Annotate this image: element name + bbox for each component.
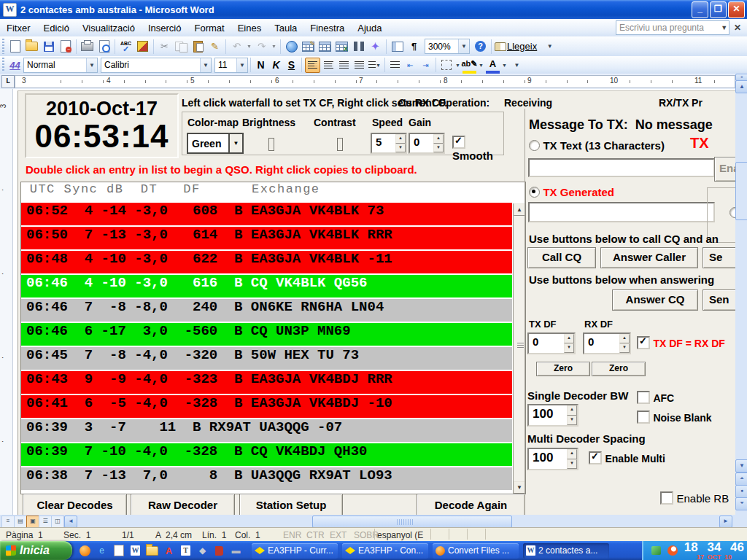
close-button[interactable]: ✕ [728, 1, 745, 18]
decode-row[interactable]: 06:46 6 -17 3,0 -560 B CQ UN3P MN69 [21, 323, 512, 346]
decode-row[interactable]: 06:39 7 -10 -4,0 -328 B CQ VK4BDJ QH30 [21, 443, 512, 466]
zero-txdf-button[interactable]: Zero [536, 362, 590, 376]
chevron-down-icon[interactable]: ▼ [719, 21, 728, 34]
tray-orange-icon[interactable] [666, 544, 680, 558]
border-button[interactable] [439, 58, 453, 72]
menu-visualitzacio[interactable]: Visualització [76, 20, 142, 36]
raw-decoder-button[interactable]: Raw Decoder [131, 494, 235, 516]
print-preview-icon[interactable] [96, 39, 112, 54]
notepad-icon[interactable] [112, 544, 125, 558]
print-icon[interactable] [80, 39, 95, 54]
normal-view-button[interactable]: ≡ [1, 516, 15, 528]
menu-taula[interactable]: Taula [268, 20, 303, 36]
align-right-button[interactable] [337, 58, 351, 72]
format-painter-icon[interactable]: ✎ [207, 39, 222, 54]
decode-row[interactable]: 06:43 9 -9 -4,0 -323 B EA3GJA VK4BDJ RRR [21, 371, 512, 394]
styles-and-formatting-icon[interactable]: 44 [7, 58, 23, 73]
tx-text-input[interactable] [528, 158, 715, 177]
enable-rb-checkbox[interactable] [660, 491, 673, 505]
align-center-button[interactable] [322, 58, 336, 72]
start-button[interactable]: Inicia [0, 541, 72, 560]
italic-button[interactable]: K [269, 58, 283, 72]
bold-button[interactable]: N [254, 58, 268, 72]
minimize-button[interactable]: _ [692, 1, 708, 18]
read-button[interactable]: Llegeix [507, 41, 537, 52]
print-layout-view-button[interactable]: ▣ [26, 516, 39, 528]
toolbar-grip[interactable] [1, 58, 5, 71]
web-layout-view-button[interactable]: ▤ [14, 516, 27, 528]
taskbar-button-ea3fhp-1[interactable]: EA3FHP - Curr... [252, 543, 338, 559]
noise-blank-checkbox[interactable] [637, 411, 650, 424]
insert-excel-icon[interactable]: X [334, 39, 349, 54]
save-icon[interactable] [41, 39, 56, 54]
insert-table-icon[interactable] [317, 39, 333, 54]
font-color-dropdown-icon[interactable]: ▼ [501, 58, 508, 72]
font-combo[interactable]: Calibri▼ [101, 58, 212, 73]
status-mode-ext[interactable]: EXT [330, 530, 347, 540]
permission-icon[interactable]: − [58, 39, 73, 54]
gain-stepper[interactable]: 0 ▲▼ [409, 133, 445, 154]
scroll-right-icon[interactable]: ► [719, 516, 732, 528]
select-browse-object-icon[interactable]: ● [735, 485, 747, 498]
border-dropdown-icon[interactable]: ▼ [454, 58, 461, 72]
text-document-icon[interactable]: T [179, 544, 193, 558]
scroll-left-icon[interactable]: ◄ [64, 516, 77, 528]
h-scrollbar-thumb[interactable] [312, 516, 512, 528]
decode-again-button[interactable]: Decode Again [417, 494, 525, 516]
afc-checkbox[interactable] [637, 391, 650, 404]
restore-button[interactable]: ❐ [710, 1, 727, 18]
drawing-icon[interactable]: ✦ [368, 39, 383, 54]
tx-generated-input[interactable] [528, 202, 715, 222]
help-icon[interactable]: ? [473, 39, 488, 54]
taskbar-button-convert-files[interactable]: Convert Files ... [433, 543, 519, 559]
new-document-icon[interactable] [7, 39, 23, 54]
taskbar-button-word-active[interactable]: W 2 contactes a... [523, 543, 609, 559]
scroll-down-icon[interactable]: ▼ [735, 459, 747, 472]
read-book-icon[interactable] [495, 39, 506, 54]
status-mode-enr[interactable]: ENR [283, 530, 301, 540]
outline-view-button[interactable]: ☰ [39, 516, 52, 528]
line-spacing-button[interactable]: ▼ [368, 58, 382, 72]
align-left-button[interactable] [305, 58, 320, 73]
acrobat-icon[interactable]: A [162, 544, 176, 558]
single-decoder-bw-stepper[interactable]: 100 ▲▼ [527, 404, 578, 427]
folder-icon[interactable] [145, 544, 159, 558]
app-gray-2-icon[interactable]: ▬ [229, 544, 243, 558]
decode-row[interactable]: 06:45 7 -8 -4,0 -320 B 50W HEX TU 73 [21, 347, 512, 370]
decode-row[interactable]: 06:39 3 -7 11 B RX9AT UA3QQG -07 [21, 419, 512, 442]
clear-decodes-button[interactable]: Clear Decodes [23, 494, 127, 516]
decode-row[interactable]: 06:38 7 -13 7,0 8 B UA3QQG RX9AT LO93 [21, 467, 512, 490]
hyperlink-icon[interactable] [284, 39, 299, 54]
scroll-up-icon[interactable]: ▲ [735, 80, 747, 93]
tab-selector[interactable]: L [1, 75, 15, 88]
menu-eines[interactable]: Eines [231, 20, 268, 36]
research-icon[interactable] [135, 39, 150, 54]
txdf-stepper[interactable]: 0 ▲▼ [527, 332, 576, 354]
word-document-icon[interactable]: W [128, 544, 142, 558]
justify-button[interactable] [352, 58, 366, 72]
taskbar-button-ea3fhp-2[interactable]: EA3FHP - Con... [342, 543, 428, 559]
underline-button[interactable]: S [285, 58, 298, 72]
tray-green-icon[interactable] [649, 544, 663, 558]
tables-borders-icon[interactable]: ✎ [301, 39, 316, 54]
colormap-select[interactable]: Green▼ [187, 133, 244, 154]
send-button-cut[interactable]: Se [703, 247, 736, 268]
decrease-indent-button[interactable]: ⇤ [403, 58, 417, 72]
decode-row[interactable]: 06:48 4 -10 -3,0 622 B EA3GJA VK4BLK -11 [21, 251, 512, 273]
rxdf-stepper[interactable]: 0 ▲▼ [583, 332, 631, 354]
tray-clock[interactable]: 18 34 46 17 OCT 10 [684, 541, 744, 560]
speed-stepper[interactable]: 5 ▲▼ [371, 133, 407, 154]
list-scrollbar[interactable]: ▲ ▼ [513, 203, 525, 494]
menu-fitxer[interactable]: Fitxer [0, 20, 37, 36]
internet-explorer-icon[interactable]: e [95, 544, 109, 558]
paste-icon[interactable] [190, 39, 206, 54]
vertical-scrollbar[interactable]: ≡ ▲ ▼ ⏶ ● ⏷ [735, 74, 747, 515]
zero-rxdf-button[interactable]: Zero [592, 362, 646, 376]
toolbar-options-icon[interactable]: ▼ [542, 39, 557, 54]
toolbar-options-icon[interactable]: ▼ [509, 58, 525, 73]
toolbar-grip[interactable] [1, 39, 5, 55]
scrollbar-thumb[interactable] [735, 162, 747, 220]
vertical-ruler[interactable]: 3 ·· ·· [0, 89, 13, 515]
decode-row[interactable]: 06:46 4 -10 -3,0 616 B CQ VK4BLK QG56 [21, 275, 512, 298]
numbered-list-button[interactable] [388, 58, 402, 72]
